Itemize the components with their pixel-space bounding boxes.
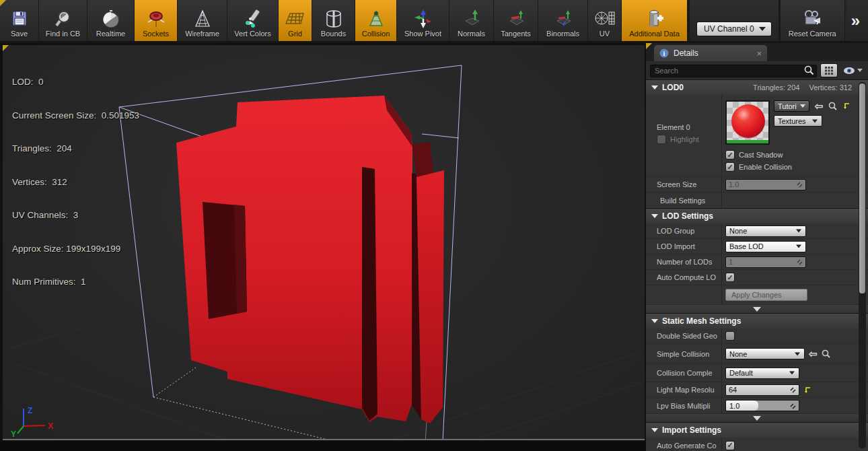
close-icon[interactable]: × bbox=[756, 49, 762, 58]
collision-complexity-dropdown[interactable]: Default bbox=[725, 368, 799, 379]
sockets-button[interactable]: Sockets bbox=[135, 0, 178, 41]
wireframe-button[interactable]: Wireframe bbox=[178, 0, 227, 41]
enable-collision-checkbox[interactable] bbox=[725, 162, 735, 172]
realtime-icon bbox=[102, 8, 120, 30]
info-icon: i bbox=[659, 48, 669, 58]
category-expander-static-mesh-settings[interactable] bbox=[646, 413, 868, 422]
mesh-right-slab bbox=[417, 170, 444, 423]
auto-compute-lod-label: Auto Compute LO bbox=[646, 273, 721, 281]
eye-icon bbox=[843, 67, 855, 75]
search-input[interactable] bbox=[650, 65, 817, 77]
grid-view-icon bbox=[824, 66, 834, 75]
additional-data-icon bbox=[645, 8, 665, 30]
lod-import-dropdown[interactable]: Base LOD bbox=[725, 241, 806, 252]
axis-gizmo: Z X Y bbox=[11, 406, 53, 439]
axis-x-label: X bbox=[48, 421, 53, 431]
chevron-down-icon bbox=[796, 245, 801, 248]
details-search-row bbox=[646, 61, 868, 79]
double-sided-geometry-label: Double Sided Geo bbox=[646, 332, 721, 340]
additional-data-button[interactable]: Additional Data bbox=[622, 0, 688, 41]
lod0-vertices: Vertices: 312 bbox=[809, 83, 852, 92]
material-thumbnail[interactable] bbox=[725, 100, 770, 145]
material-floor bbox=[727, 140, 768, 143]
realtime-button[interactable]: Realtime bbox=[87, 0, 135, 41]
category-static-mesh-settings: Static Mesh Settings Double Sided Geo Si… bbox=[646, 313, 868, 422]
collision-button[interactable]: Collision bbox=[355, 0, 397, 41]
normals-icon bbox=[462, 8, 482, 30]
bounds-icon bbox=[324, 8, 343, 30]
highlight-checkbox[interactable] bbox=[657, 135, 666, 144]
category-header-import-settings[interactable]: Import Settings bbox=[646, 423, 868, 438]
bounds-button[interactable]: Bounds bbox=[312, 0, 355, 41]
textures-dropdown[interactable]: Textures bbox=[774, 115, 822, 127]
simple-collision-dropdown[interactable]: None bbox=[725, 348, 805, 359]
auto-generate-collision-checkbox[interactable] bbox=[725, 441, 735, 450]
collapse-arrow-icon bbox=[651, 428, 658, 432]
save-button[interactable]: Save bbox=[0, 0, 39, 41]
material-asset-dropdown[interactable]: Tutori bbox=[774, 100, 809, 112]
axis-z-label: Z bbox=[28, 406, 32, 415]
screen-size-spinbox[interactable]: 1.0 bbox=[725, 179, 806, 190]
tangents-button[interactable]: Tangents bbox=[494, 0, 538, 41]
light-map-resolution-spinbox[interactable]: 64 bbox=[725, 384, 799, 396]
property-matrix-button[interactable] bbox=[820, 63, 838, 77]
uv-channel-dropdown[interactable]: UV Channel 0 bbox=[696, 22, 772, 36]
build-settings-row[interactable]: Build Settings bbox=[646, 197, 721, 205]
double-sided-geometry-checkbox[interactable] bbox=[725, 331, 735, 341]
details-scrollbar[interactable] bbox=[859, 82, 866, 448]
tab-corner-marker bbox=[3, 45, 9, 51]
toolbar-overflow-button[interactable]: » bbox=[851, 11, 859, 30]
use-selected-asset-icon[interactable]: ⇦ bbox=[809, 349, 818, 359]
uv-icon bbox=[594, 8, 616, 30]
use-selected-asset-icon[interactable]: ⇦ bbox=[815, 101, 824, 111]
stat-line: Current Screen Size: 0.501953 bbox=[12, 110, 139, 122]
category-header-lod0[interactable]: LOD0 Triangles: 204 Vertices: 312 bbox=[646, 80, 868, 95]
reset-to-default-icon[interactable] bbox=[803, 386, 811, 394]
collapse-arrow-icon bbox=[651, 319, 658, 323]
show-pivot-icon bbox=[413, 8, 433, 30]
sockets-icon bbox=[146, 8, 166, 30]
vert-colors-button[interactable]: Vert Colors bbox=[227, 0, 279, 41]
normals-button[interactable]: Normals bbox=[449, 0, 494, 41]
stat-line: UV Channels: 3 bbox=[12, 210, 139, 221]
reset-to-default-icon[interactable] bbox=[842, 102, 851, 110]
tab-details[interactable]: i Details × bbox=[654, 45, 767, 61]
expand-more-icon bbox=[753, 307, 761, 312]
binormals-button[interactable]: Binormals bbox=[538, 0, 588, 41]
grid-button[interactable]: Grid bbox=[279, 0, 312, 41]
cast-shadow-checkbox[interactable] bbox=[725, 150, 735, 160]
collapse-arrow-icon bbox=[651, 85, 658, 90]
apply-changes-button[interactable]: Apply Changes bbox=[725, 289, 807, 301]
screen-size-label: Screen Size bbox=[646, 180, 721, 188]
reset-camera-button[interactable]: Reset Camera bbox=[781, 0, 845, 41]
uv-button[interactable]: UV bbox=[588, 0, 622, 41]
view-options-button[interactable] bbox=[841, 63, 864, 77]
scrollbar-thumb[interactable] bbox=[859, 83, 865, 293]
find-in-cb-icon bbox=[54, 8, 73, 30]
3d-viewport[interactable]: Z X Y LOD: 0 Current Screen Size: 0.5019… bbox=[3, 45, 645, 440]
browse-asset-icon[interactable] bbox=[822, 349, 830, 358]
number-of-lods-spinbox[interactable]: 1 bbox=[725, 256, 806, 268]
spin-handle-icon bbox=[796, 181, 803, 188]
collapse-arrow-icon bbox=[651, 214, 658, 218]
auto-compute-lod-checkbox[interactable] bbox=[725, 273, 735, 282]
category-header-static-mesh-settings[interactable]: Static Mesh Settings bbox=[646, 314, 868, 328]
tab-corner-marker bbox=[646, 43, 652, 49]
static-mesh bbox=[176, 96, 444, 423]
lpv-bias-multiplier-label: Lpv Bias Multipli bbox=[646, 402, 721, 410]
show-pivot-button[interactable]: Show Pivot bbox=[397, 0, 449, 41]
vert-colors-icon bbox=[243, 8, 263, 30]
category-header-lod-settings[interactable]: LOD Settings bbox=[646, 209, 868, 223]
tab-corner-marker bbox=[0, 0, 6, 6]
save-icon bbox=[10, 8, 29, 30]
number-of-lods-label: Number of LODs bbox=[646, 258, 721, 266]
expand-more-icon bbox=[753, 416, 761, 421]
browse-asset-icon[interactable] bbox=[828, 102, 837, 110]
find-in-cb-button[interactable]: Find in CB bbox=[39, 0, 87, 41]
category-lod-settings: LOD Settings LOD Group None LOD Import bbox=[646, 208, 868, 313]
cast-shadow-label: Cast Shadow bbox=[739, 151, 783, 159]
category-expander-lod-settings[interactable] bbox=[646, 304, 868, 313]
reset-camera-icon bbox=[801, 8, 824, 30]
lod-group-dropdown[interactable]: None bbox=[725, 226, 806, 237]
lpv-bias-multiplier-slider[interactable]: 1.0 bbox=[725, 400, 799, 411]
